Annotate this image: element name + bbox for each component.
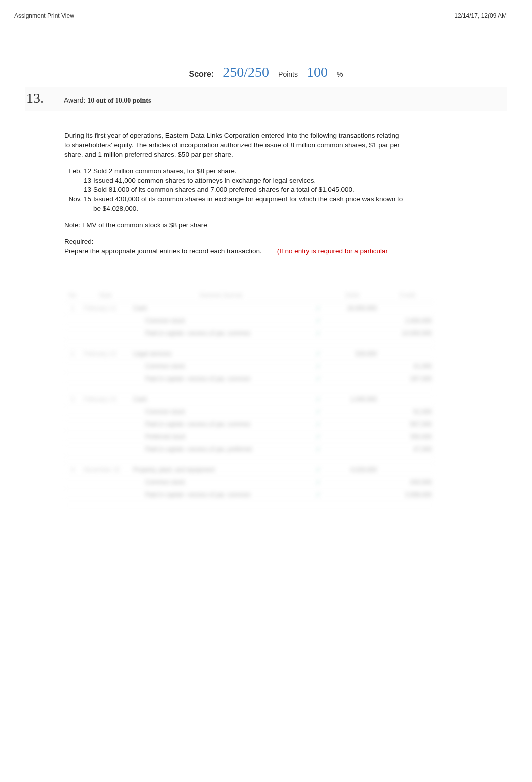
- points-label: Points: [278, 70, 298, 78]
- transactions-list: Feb. 12 Sold 2 million common shares, fo…: [64, 167, 406, 214]
- check-icon: ✔: [315, 434, 321, 440]
- question-header: 13. Award: 10 out of 10.00 points: [25, 87, 507, 111]
- transaction-text: Issued 41,000 common shares to attorneys…: [93, 176, 406, 186]
- col-date: Date: [81, 289, 130, 302]
- required-hint: (If no entry is required for a particula…: [277, 247, 388, 255]
- award-text: Award: 10 out of 10.00 points: [64, 96, 151, 105]
- table-row: 3February 13Cash✔1,045,000: [64, 393, 435, 405]
- check-icon: ✔: [315, 351, 321, 357]
- table-row: Paid-in capital—excess of par, common✔28…: [64, 372, 435, 385]
- journal-table: No Date General Journal Debit Credit 1Fe…: [64, 289, 435, 509]
- table-row: 1February 12Cash✔16,000,000: [64, 302, 435, 314]
- check-icon: ✔: [315, 305, 321, 311]
- table-row: Common stock✔41,000: [64, 360, 435, 372]
- transaction-row: Nov. 15 Issued 430,000 of its common sha…: [64, 195, 406, 214]
- check-icon: ✔: [315, 421, 321, 427]
- transaction-date: 13: [64, 185, 93, 195]
- required-label: Required:: [64, 238, 94, 245]
- table-row: Paid-in capital—excess of par, common✔56…: [64, 418, 435, 430]
- required-block: Required: Prepare the appropriate journa…: [64, 237, 406, 256]
- check-icon: ✔: [315, 330, 321, 336]
- col-general-journal: General Journal: [130, 289, 312, 302]
- transaction-text: Sold 81,000 of its common shares and 7,0…: [93, 185, 406, 195]
- check-icon: ✔: [315, 396, 321, 402]
- check-icon: ✔: [315, 479, 321, 485]
- col-no: No: [64, 289, 81, 302]
- transaction-date: 13: [64, 176, 93, 186]
- table-row: 2February 13Legal services✔328,000: [64, 347, 435, 360]
- transaction-row: Feb. 12 Sold 2 million common shares, fo…: [64, 167, 406, 176]
- col-credit: Credit: [380, 289, 435, 302]
- problem-intro: During its first year of operations, Eas…: [64, 131, 406, 160]
- table-row: Common stock✔2,000,000: [64, 314, 435, 327]
- print-view-label: Assignment Print View: [14, 12, 74, 19]
- table-row: Preferred stock✔350,000: [64, 430, 435, 443]
- col-debit: Debit: [325, 289, 380, 302]
- check-icon: ✔: [315, 492, 321, 498]
- check-icon: ✔: [315, 363, 321, 369]
- check-icon: ✔: [315, 446, 321, 452]
- page-header: Assignment Print View 12/14/17, 12(09 AM: [0, 0, 532, 19]
- check-icon: ✔: [315, 409, 321, 415]
- transaction-date: Feb. 12: [64, 167, 93, 176]
- percent-sign: %: [337, 70, 343, 78]
- score-value: 250/250: [223, 64, 269, 80]
- score-percent: 100: [307, 64, 328, 80]
- problem-note: Note: FMV of the common stock is $8 per …: [64, 221, 406, 230]
- transaction-row: 13 Sold 81,000 of its common shares and …: [64, 185, 406, 195]
- problem-body: During its first year of operations, Eas…: [25, 111, 406, 256]
- transaction-text: Sold 2 million common shares, for $8 per…: [93, 167, 406, 176]
- table-row: Paid-in capital—excess of par, common✔3,…: [64, 488, 435, 501]
- transaction-text: Issued 430,000 of its common shares in e…: [93, 195, 406, 214]
- table-row: Common stock✔81,000: [64, 405, 435, 418]
- timestamp-label: 12/14/17, 12(09 AM: [454, 12, 507, 19]
- required-text: Prepare the appropriate journal entries …: [64, 247, 262, 255]
- table-row: Paid-in capital—excess of par, preferred…: [64, 443, 435, 455]
- check-icon: ✔: [315, 467, 321, 473]
- check-icon: ✔: [315, 376, 321, 382]
- check-icon: ✔: [315, 318, 321, 324]
- score-summary: Score: 250/250 Points 100 %: [25, 64, 507, 80]
- transaction-date: Nov. 15: [64, 195, 93, 214]
- question-number: 13.: [25, 90, 44, 106]
- score-label: Score:: [189, 70, 214, 79]
- transaction-row: 13 Issued 41,000 common shares to attorn…: [64, 176, 406, 186]
- table-row: Paid-in capital—excess of par, common✔14…: [64, 327, 435, 339]
- journal-table-blurred: No Date General Journal Debit Credit 1Fe…: [25, 264, 507, 509]
- table-row: Common stock✔430,000: [64, 476, 435, 488]
- table-row: 4November 15Property, plant, and equipme…: [64, 463, 435, 476]
